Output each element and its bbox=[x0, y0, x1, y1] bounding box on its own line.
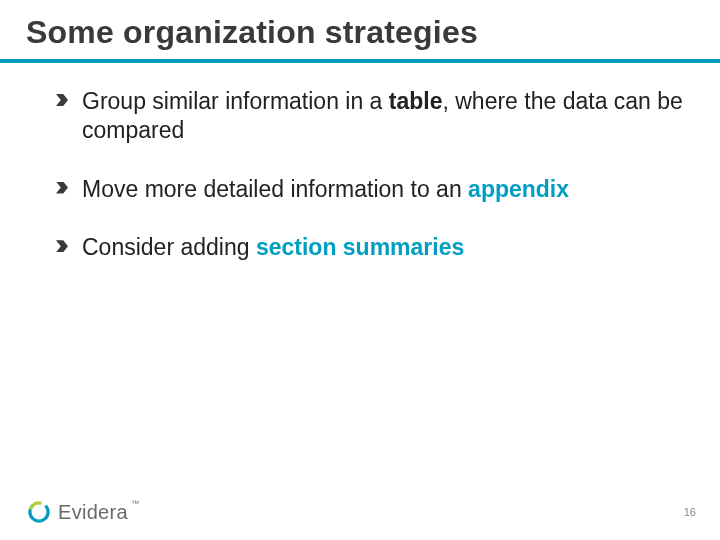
bullet-list: Group similar information in a table, wh… bbox=[0, 63, 720, 262]
text-run: Move more detailed information to an bbox=[82, 176, 468, 202]
text-run-bold: table bbox=[389, 88, 443, 114]
text-run-accent: section summaries bbox=[256, 234, 464, 260]
logo-text: Evidera bbox=[58, 501, 128, 524]
list-item: Consider adding section summaries bbox=[56, 233, 690, 262]
text-run: Group similar information in a bbox=[82, 88, 389, 114]
text-run: Consider adding bbox=[82, 234, 256, 260]
page-number: 16 bbox=[684, 506, 696, 518]
text-run-accent: appendix bbox=[468, 176, 569, 202]
list-item: Move more detailed information to an app… bbox=[56, 175, 690, 204]
bullet-icon bbox=[56, 182, 68, 194]
slide-footer: Evidera ™ 16 bbox=[0, 484, 720, 540]
list-item: Group similar information in a table, wh… bbox=[56, 87, 690, 145]
bullet-text: Move more detailed information to an app… bbox=[82, 175, 569, 204]
logo: Evidera ™ bbox=[26, 499, 142, 525]
bullet-icon bbox=[56, 240, 68, 252]
trademark-icon: ™ bbox=[131, 499, 139, 508]
bullet-text: Group similar information in a table, wh… bbox=[82, 87, 690, 145]
slide-title: Some organization strategies bbox=[0, 0, 720, 59]
logo-icon bbox=[26, 499, 52, 525]
slide: Some organization strategies Group simil… bbox=[0, 0, 720, 540]
bullet-text: Consider adding section summaries bbox=[82, 233, 464, 262]
bullet-icon bbox=[56, 94, 68, 106]
